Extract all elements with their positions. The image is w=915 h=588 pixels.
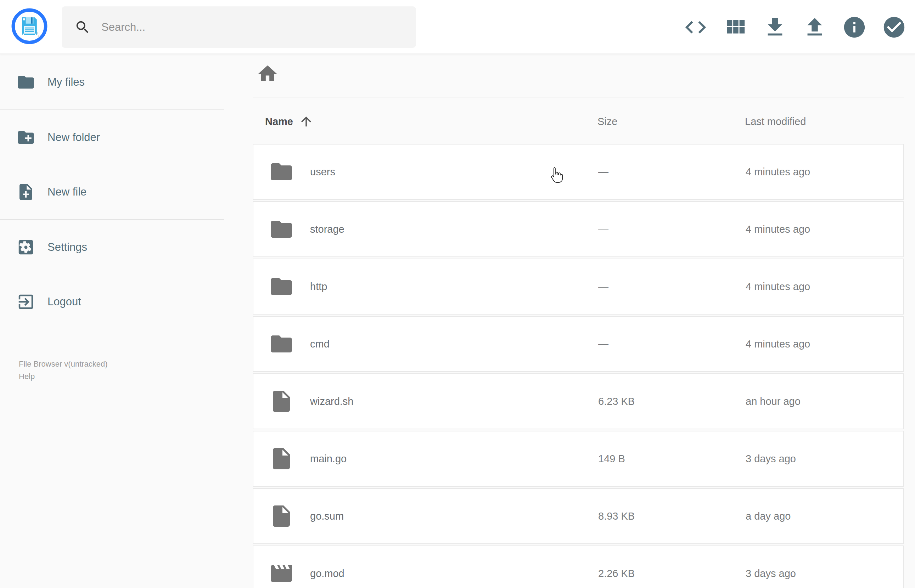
sidebar-credits: File Browser v(untracked) Help [19, 358, 108, 383]
folder-icon [16, 73, 36, 92]
column-header-modified[interactable]: Last modified [745, 116, 806, 128]
new-file-icon [16, 183, 36, 202]
search-bar[interactable] [61, 6, 416, 48]
column-header-name-label: Name [265, 116, 293, 128]
sidebar-nav: My filesNew folderNew fileSettingsLogout [0, 55, 234, 329]
row-modified: 4 minutes ago [745, 281, 810, 292]
column-header-size[interactable]: Size [598, 116, 618, 128]
row-type-icon-cell [268, 561, 294, 586]
upload-icon [802, 15, 827, 40]
download-button[interactable] [763, 15, 787, 40]
table-row-main.go[interactable]: main.go149 B3 days ago [253, 431, 904, 487]
row-size: 6.23 KB [598, 396, 635, 407]
row-type-icon-cell [268, 274, 294, 299]
folder-icon [268, 216, 294, 242]
row-name: wizard.sh [310, 396, 354, 407]
grid-view-button[interactable] [723, 15, 748, 40]
table-row-storage[interactable]: storage—4 minutes ago [253, 201, 904, 257]
row-type-icon-cell [268, 331, 294, 357]
breadcrumb-divider [253, 97, 904, 97]
row-size: — [598, 281, 608, 292]
table-row-wizard.sh[interactable]: wizard.sh6.23 KBan hour ago [253, 373, 904, 429]
upload-button[interactable] [802, 15, 827, 40]
table-row-users[interactable]: users—4 minutes ago [253, 144, 904, 200]
help-link[interactable]: Help [19, 370, 108, 383]
app-header [0, 0, 915, 54]
logout-icon [16, 292, 36, 311]
row-name: go.mod [310, 568, 344, 580]
row-name: storage [310, 223, 344, 235]
file-browser-logo [11, 8, 48, 45]
row-size: — [598, 223, 608, 235]
row-type-icon-cell [268, 446, 294, 472]
file-listing: Name Size Last modified users—4 minutes … [253, 54, 907, 588]
row-name: main.go [310, 453, 347, 465]
row-name: cmd [310, 338, 330, 350]
table-row-http[interactable]: http—4 minutes ago [253, 258, 904, 315]
code-icon [683, 15, 708, 40]
row-size: 2.26 KB [598, 568, 635, 580]
file-icon [268, 389, 294, 414]
column-header-name[interactable]: Name [265, 114, 314, 129]
new-folder-icon [16, 128, 36, 147]
sidebar-item-new-folder[interactable]: New folder [0, 110, 234, 165]
row-type-icon-cell [268, 389, 294, 414]
file-rows: users—4 minutes agostorage—4 minutes ago… [253, 144, 904, 588]
folder-icon [268, 159, 294, 184]
row-modified: 3 days ago [745, 568, 796, 580]
switch-view-button[interactable] [683, 15, 708, 40]
row-type-icon-cell [268, 503, 294, 529]
row-name: http [310, 281, 327, 292]
listing-header: Name Size Last modified [253, 107, 904, 136]
file-icon [268, 503, 294, 529]
row-modified: 4 minutes ago [745, 338, 810, 350]
row-name: users [310, 166, 335, 178]
home-icon [257, 63, 278, 85]
breadcrumb-home-button[interactable] [257, 63, 278, 85]
movie-icon [268, 561, 294, 586]
table-row-cmd[interactable]: cmd—4 minutes ago [253, 316, 904, 372]
info-button[interactable] [842, 15, 867, 40]
search-input[interactable] [101, 21, 406, 34]
header-actions [683, 0, 907, 54]
row-modified: 3 days ago [745, 453, 796, 465]
sidebar-item-logout[interactable]: Logout [0, 275, 234, 329]
select-multiple-button[interactable] [882, 15, 907, 40]
row-size: 8.93 KB [598, 510, 635, 522]
sidebar-item-label: Logout [47, 296, 81, 308]
search-icon [74, 19, 91, 36]
folder-icon [268, 331, 294, 357]
sidebar-item-label: My files [47, 76, 85, 89]
sidebar-item-label: New folder [47, 131, 100, 144]
row-size: 149 B [598, 453, 625, 465]
row-size: — [598, 166, 608, 178]
sidebar-item-label: New file [47, 186, 86, 199]
info-icon [842, 15, 867, 40]
sidebar-item-label: Settings [47, 241, 87, 254]
check-circle-icon [882, 15, 907, 40]
row-modified: a day ago [745, 510, 791, 522]
app-version-text: File Browser v(untracked) [19, 358, 108, 370]
sidebar: My filesNew folderNew fileSettingsLogout… [0, 55, 234, 588]
row-type-icon-cell [268, 216, 294, 242]
table-row-go.sum[interactable]: go.sum8.93 KBa day ago [253, 488, 904, 544]
row-type-icon-cell [268, 159, 294, 184]
row-size: — [598, 338, 608, 350]
file-icon [268, 446, 294, 472]
row-modified: 4 minutes ago [745, 166, 810, 178]
row-name: go.sum [310, 510, 344, 522]
sidebar-item-settings[interactable]: Settings [0, 220, 234, 275]
row-modified: an hour ago [745, 396, 800, 407]
sidebar-item-new-file[interactable]: New file [0, 165, 234, 219]
grid-view-icon [723, 15, 748, 40]
folder-icon [268, 274, 294, 299]
download-icon [763, 15, 787, 40]
floppy-disk-logo-icon [11, 8, 48, 45]
settings-icon [16, 237, 36, 257]
sort-ascending-icon [299, 114, 314, 129]
table-row-go.mod[interactable]: go.mod2.26 KB3 days ago [253, 546, 904, 588]
sidebar-item-my-files[interactable]: My files [0, 55, 234, 110]
row-modified: 4 minutes ago [745, 223, 810, 235]
